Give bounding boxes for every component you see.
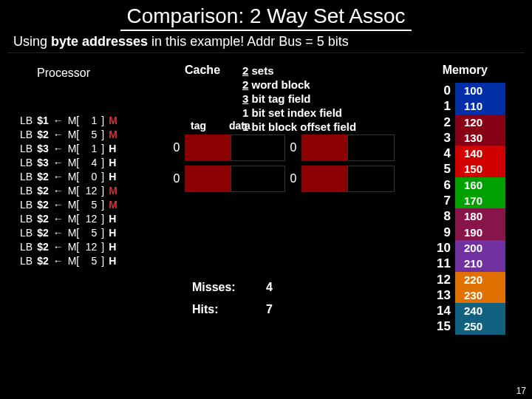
access-table: LB$1←M[1]MLB$2←M[5]MLB$3←M[1]HLB$3←M[4]H…: [18, 114, 120, 268]
table-row: LB$2←M[5]M: [18, 128, 120, 142]
valid-bit: 0: [168, 166, 185, 192]
memory-index: 2: [437, 115, 451, 130]
memory-index: 1: [437, 98, 451, 114]
data-cell: [347, 134, 395, 161]
memory-index: 4: [437, 146, 451, 161]
page-title: Comparison: 2 Way Set Assoc: [120, 4, 411, 31]
memory-index: 13: [437, 287, 451, 303]
misses-label: Misses:: [192, 281, 236, 294]
table-row: LB$3←M[1]H: [18, 142, 120, 156]
memory-index: 15: [437, 318, 451, 334]
subtitle: Using byte addresses in this example! Ad…: [0, 33, 532, 52]
memory-value-col: 1001101201301401501601701801902002102202…: [455, 83, 505, 335]
column-header-data: data: [229, 120, 250, 132]
table-row: LB$2←M[12]H: [18, 240, 120, 254]
table-row: LB$3←M[4]H: [18, 156, 120, 170]
memory-cell: 150: [455, 161, 505, 177]
data-cell: [347, 166, 395, 192]
memory-cell: 110: [455, 98, 505, 114]
memory-cell: 230: [455, 287, 505, 303]
memory-index: 10: [437, 240, 451, 256]
memory-index: 6: [437, 177, 451, 193]
data-cell: [231, 134, 285, 161]
memory-cell: 190: [455, 225, 505, 240]
cache-set-0: 0 0: [168, 134, 396, 163]
memory-cell: 210: [455, 256, 505, 271]
processor-label: Processor: [37, 66, 90, 80]
memory-cell: 220: [455, 272, 505, 287]
memory-index: 5: [437, 161, 451, 177]
memory-cell: 160: [455, 177, 505, 193]
memory-index: 8: [437, 208, 451, 224]
memory-cell: 250: [455, 318, 505, 334]
table-row: LB$2←M[5]H: [18, 226, 120, 240]
table-row: LB$2←M[12]H: [18, 212, 120, 226]
table-row: LB$2←M[12]M: [18, 184, 120, 198]
memory-index: 12: [437, 272, 451, 287]
tag-cell: [301, 134, 347, 161]
table-row: LB$2←M[5]H: [18, 254, 120, 268]
tag-cell: [185, 166, 231, 192]
memory-label: Memory: [443, 64, 488, 77]
memory-index: 3: [437, 130, 451, 146]
memory-index: 9: [437, 225, 451, 240]
memory-cell: 240: [455, 303, 505, 318]
tag-cell: [185, 134, 231, 161]
hits-value: 7: [266, 303, 273, 316]
valid-bit: 0: [285, 134, 301, 161]
memory-cell: 200: [455, 240, 505, 256]
memory-cell: 120: [455, 115, 505, 130]
column-header-tag: tag: [191, 120, 206, 132]
tag-cell: [301, 166, 347, 192]
page-number: 17: [516, 386, 526, 396]
table-row: LB$2←M[5]M: [18, 198, 120, 212]
memory-index: 7: [437, 193, 451, 208]
memory-index: 11: [437, 256, 451, 271]
memory-index: 0: [437, 83, 451, 98]
hits-label: Hits:: [192, 303, 219, 316]
memory-cell: 140: [455, 146, 505, 161]
valid-bit: 0: [285, 166, 301, 192]
memory-index-col: 0123456789101112131415: [437, 83, 451, 335]
misses-value: 4: [266, 281, 273, 294]
data-cell: [231, 166, 285, 192]
table-row: LB$1←M[1]M: [18, 114, 120, 128]
memory-cell: 180: [455, 208, 505, 224]
memory-index: 14: [437, 303, 451, 318]
cache-set-1: 0 0: [168, 166, 396, 194]
cache-specs: 2 sets 2 word block 3 bit tag field 1 bi…: [242, 64, 356, 134]
memory-cell: 170: [455, 193, 505, 208]
memory-cell: 130: [455, 130, 505, 146]
table-row: LB$2←M[0]H: [18, 170, 120, 184]
memory-cell: 100: [455, 83, 505, 98]
cache-label: Cache: [185, 64, 220, 77]
valid-bit: 0: [168, 134, 185, 161]
